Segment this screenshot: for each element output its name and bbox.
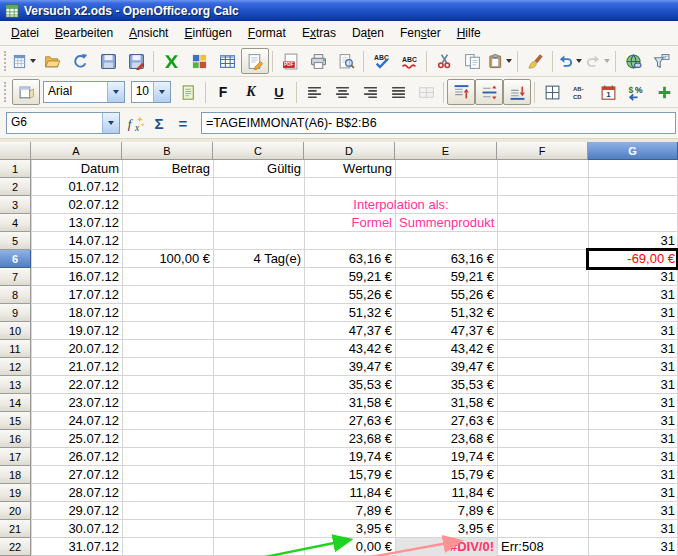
sum-icon[interactable]: Σ bbox=[147, 112, 171, 134]
cell-E7[interactable]: 59,21 € bbox=[396, 268, 497, 286]
row-header-12[interactable]: 12 bbox=[0, 358, 31, 376]
autofilter-icon[interactable] bbox=[647, 48, 675, 74]
menu-item-ansicht[interactable]: Ansicht bbox=[121, 23, 176, 44]
underline-icon[interactable]: U bbox=[265, 79, 293, 105]
undo-icon[interactable] bbox=[556, 48, 584, 74]
reload-icon[interactable] bbox=[66, 48, 94, 74]
cell-A6[interactable]: 15.07.12 bbox=[32, 250, 122, 268]
document-icon[interactable] bbox=[174, 79, 202, 105]
row-header-3[interactable]: 3 bbox=[0, 196, 31, 214]
row-header-1[interactable]: 1 bbox=[0, 160, 31, 178]
autospellcheck-icon[interactable]: ABC bbox=[395, 48, 423, 74]
align-center-icon[interactable] bbox=[328, 79, 356, 105]
cell-D4[interactable]: Formel bbox=[305, 214, 395, 232]
cell-D15[interactable]: 27,63 € bbox=[305, 412, 395, 430]
font-name-combo[interactable]: Arial bbox=[43, 81, 125, 103]
cell-D12[interactable]: 39,47 € bbox=[305, 358, 395, 376]
row-header-5[interactable]: 5 bbox=[0, 232, 31, 250]
cell-G22[interactable]: 31 bbox=[589, 538, 678, 556]
bold-icon[interactable]: F bbox=[209, 79, 237, 105]
row-header-16[interactable]: 16 bbox=[0, 430, 31, 448]
cell-D20[interactable]: 7,89 € bbox=[305, 502, 395, 520]
italic-icon[interactable]: K bbox=[237, 79, 265, 105]
cell-D22[interactable]: 0,00 € bbox=[305, 538, 395, 556]
cell-A19[interactable]: 28.07.12 bbox=[32, 484, 122, 502]
cell-D3[interactable]: Interpolation als: bbox=[305, 196, 497, 214]
cell-E17[interactable]: 19,74 € bbox=[396, 448, 497, 466]
insert-table-icon[interactable] bbox=[213, 48, 241, 74]
cell-G18[interactable]: 31 bbox=[589, 466, 678, 484]
edit-mode-icon[interactable] bbox=[241, 48, 269, 74]
menu-item-format[interactable]: Format bbox=[240, 23, 294, 44]
row-header-7[interactable]: 7 bbox=[0, 268, 31, 286]
cell-E10[interactable]: 47,37 € bbox=[396, 322, 497, 340]
cell-A18[interactable]: 27.07.12 bbox=[32, 466, 122, 484]
cell-G8[interactable]: 31 bbox=[589, 286, 678, 304]
row-header-21[interactable]: 21 bbox=[0, 520, 31, 538]
cell-A9[interactable]: 18.07.12 bbox=[32, 304, 122, 322]
menu-item-einfgen[interactable]: Einfügen bbox=[176, 23, 239, 44]
cell-A14[interactable]: 23.07.12 bbox=[32, 394, 122, 412]
col-header-E[interactable]: E bbox=[395, 142, 497, 160]
cell-A16[interactable]: 25.07.12 bbox=[32, 430, 122, 448]
cell-A2[interactable]: 01.07.12 bbox=[32, 178, 122, 196]
cell-G17[interactable]: 31 bbox=[589, 448, 678, 466]
row-header-15[interactable]: 15 bbox=[0, 412, 31, 430]
cell-D6[interactable]: 63,16 € bbox=[305, 250, 395, 268]
formula-input[interactable] bbox=[201, 112, 676, 134]
cell-F22[interactable]: Err:508 bbox=[498, 538, 588, 556]
justify-icon[interactable] bbox=[384, 79, 412, 105]
cell-E18[interactable]: 15,79 € bbox=[396, 466, 497, 484]
hyperlink-icon[interactable] bbox=[619, 48, 647, 74]
row-header-9[interactable]: 9 bbox=[0, 304, 31, 322]
excel-icon[interactable] bbox=[157, 48, 185, 74]
col-header-B[interactable]: B bbox=[122, 142, 213, 160]
cell-A5[interactable]: 14.07.12 bbox=[32, 232, 122, 250]
cell-G15[interactable]: 31 bbox=[589, 412, 678, 430]
cell-D10[interactable]: 47,37 € bbox=[305, 322, 395, 340]
menu-item-daten[interactable]: Daten bbox=[344, 23, 392, 44]
equals-icon[interactable]: = bbox=[171, 112, 195, 134]
cell-D21[interactable]: 3,95 € bbox=[305, 520, 395, 538]
cell-G12[interactable]: 31 bbox=[589, 358, 678, 376]
row-header-8[interactable]: 8 bbox=[0, 286, 31, 304]
print-icon[interactable] bbox=[304, 48, 332, 74]
cell-D14[interactable]: 31,58 € bbox=[305, 394, 395, 412]
align-bottom-icon[interactable] bbox=[503, 79, 531, 105]
row-header-18[interactable]: 18 bbox=[0, 466, 31, 484]
cell-D7[interactable]: 59,21 € bbox=[305, 268, 395, 286]
paste-dropdown-icon[interactable] bbox=[506, 59, 512, 63]
cell-E20[interactable]: 7,89 € bbox=[396, 502, 497, 520]
spellcheck-icon[interactable]: ABC bbox=[367, 48, 395, 74]
col-header-G[interactable]: G bbox=[588, 142, 678, 160]
cell-E8[interactable]: 55,26 € bbox=[396, 286, 497, 304]
cell-E6[interactable]: 63,16 € bbox=[396, 250, 497, 268]
cell-D13[interactable]: 35,53 € bbox=[305, 376, 395, 394]
cell-E14[interactable]: 31,58 € bbox=[396, 394, 497, 412]
cell-E22[interactable]: #DIV/0! bbox=[396, 538, 497, 556]
open-icon[interactable] bbox=[38, 48, 66, 74]
date-format-icon[interactable]: 1 bbox=[594, 79, 622, 105]
cell-G9[interactable]: 31 bbox=[589, 304, 678, 322]
menu-item-fenster[interactable]: Fenster bbox=[392, 23, 449, 44]
cell-E4[interactable]: Summenprodukt bbox=[396, 214, 497, 232]
cell-G13[interactable]: 31 bbox=[589, 376, 678, 394]
cell-A20[interactable]: 29.07.12 bbox=[32, 502, 122, 520]
menu-item-extras[interactable]: Extras bbox=[294, 23, 344, 44]
titlebar[interactable]: Versuch x2.ods - OpenOffice.org Calc bbox=[0, 0, 678, 21]
cell-E12[interactable]: 39,47 € bbox=[396, 358, 497, 376]
borders-icon[interactable] bbox=[538, 79, 566, 105]
function-wizard-icon[interactable]: fx bbox=[123, 112, 147, 134]
undo-dropdown-icon[interactable] bbox=[576, 59, 582, 63]
row-header-2[interactable]: 2 bbox=[0, 178, 31, 196]
cell-B6[interactable]: 100,00 € bbox=[123, 250, 213, 268]
styles-icon[interactable] bbox=[12, 79, 40, 105]
cell-G11[interactable]: 31 bbox=[589, 340, 678, 358]
gallery-icon[interactable] bbox=[185, 48, 213, 74]
cell-G21[interactable]: 31 bbox=[589, 520, 678, 538]
row-header-19[interactable]: 19 bbox=[0, 484, 31, 502]
add-decimal-icon[interactable] bbox=[650, 79, 678, 105]
align-left-icon[interactable] bbox=[300, 79, 328, 105]
cell-D17[interactable]: 19,74 € bbox=[305, 448, 395, 466]
cell-A11[interactable]: 20.07.12 bbox=[32, 340, 122, 358]
